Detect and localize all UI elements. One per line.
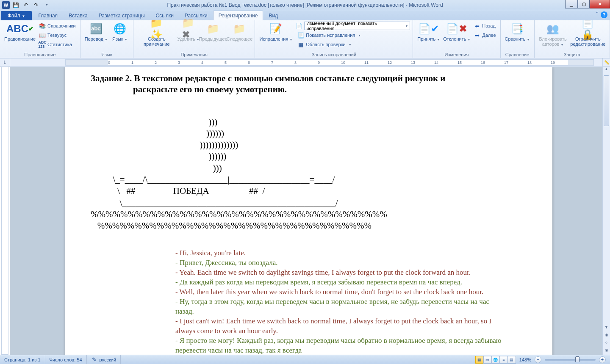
globe-icon: 🌐: [113, 22, 127, 36]
group-comments: 📁✨ Создать примечание 📁✖ Удалить▼ 📁 Пред…: [133, 20, 255, 58]
quick-access-toolbar: 💾 ↶ ↷ ▼: [11, 1, 51, 9]
ascii-art: ))) )))))) ))))))))))))) )))))): [91, 116, 527, 232]
chevron-down-icon: ▼: [45, 3, 48, 6]
compare-button[interactable]: 📑 Сравнить▼: [503, 21, 532, 43]
undo-button[interactable]: ↶: [21, 1, 30, 9]
display-review-icon: 📄: [296, 22, 302, 29]
view-draft-button[interactable]: ▤: [507, 356, 516, 364]
reviewing-pane-icon: ▦: [297, 41, 304, 48]
view-web-layout-button[interactable]: 🌐: [491, 356, 500, 364]
file-tab[interactable]: Файл▼: [1, 11, 32, 20]
reject-button[interactable]: 📄✖ Отклонить▼: [441, 21, 472, 43]
document-scroll-area[interactable]: Задание 2. В текстовом редакторе с помощ…: [10, 67, 602, 355]
block-authors-button[interactable]: 👥 Блокировать авторов▼: [537, 21, 569, 48]
vertical-scrollbar[interactable]: ▲ ▼ ◉ ○ ◉: [602, 67, 610, 355]
prev-page-button[interactable]: ◉: [603, 333, 610, 339]
group-label: Защита: [537, 51, 607, 58]
display-for-review-combo[interactable]: Измененный документ: показать исправлени…: [304, 22, 410, 30]
reviewing-pane-button[interactable]: ▦Область проверки▼: [296, 40, 410, 49]
save-icon: 💾: [13, 2, 19, 8]
tab-review[interactable]: Рецензирование: [213, 11, 263, 20]
dialogue-line: - Hi, Jessica, you're late.: [175, 248, 502, 258]
horizontal-ruler[interactable]: 012345678910111213141516171819: [65, 59, 594, 66]
translate-icon: 🔤: [89, 22, 103, 36]
close-button[interactable]: ✕: [590, 0, 610, 8]
restrict-editing-button[interactable]: 📄🔒 Ограничить редактирование: [569, 21, 607, 47]
browse-object-button[interactable]: ○: [603, 340, 610, 347]
wordcount-button[interactable]: ABC123Статистика: [37, 40, 78, 49]
maximize-button[interactable]: ▢: [578, 0, 590, 8]
accept-icon: 📄✔: [422, 22, 435, 36]
lock-icon: 📄🔒: [581, 22, 595, 36]
dialogue-line: - Я просто не могу! Каждый раз, когда мы…: [175, 336, 502, 355]
ruler-icon: 📏: [604, 60, 609, 65]
ribbon-tabs: Файл▼ Главная Вставка Разметка страницы …: [0, 10, 610, 20]
scrollbar-thumb[interactable]: [604, 75, 609, 126]
track-changes-button[interactable]: 📝 Исправления▼: [258, 21, 294, 43]
statistics-icon: ABC123: [39, 41, 46, 48]
language-button[interactable]: 🌐 Язык▼: [109, 21, 130, 43]
group-protect: 👥 Блокировать авторов▼ 📄🔒 Ограничить ред…: [535, 20, 610, 58]
ruler-toggle-button[interactable]: 📏: [602, 58, 610, 66]
view-outline-button[interactable]: ≡: [499, 356, 508, 364]
tab-view[interactable]: Вид: [263, 11, 283, 20]
language-icon: ✎: [91, 356, 98, 363]
zoom-level[interactable]: 148%: [519, 357, 531, 362]
window-title: Практическая работа №1 Ввод текста.doc […: [167, 2, 443, 8]
view-full-screen-button[interactable]: ▭: [483, 356, 492, 364]
thesaurus-button[interactable]: 📖Тезаурус: [37, 30, 78, 40]
new-comment-icon: 📁✨: [150, 22, 164, 36]
compare-icon: 📑: [510, 22, 524, 36]
block-authors-icon: 👥: [546, 22, 560, 36]
show-markup-button[interactable]: 📃Показать исправления▼: [296, 30, 410, 40]
prev-change-button[interactable]: ⬅Назад: [472, 21, 497, 30]
tab-selector[interactable]: L: [0, 58, 10, 66]
save-button[interactable]: 💾: [11, 1, 20, 9]
new-comment-button[interactable]: 📁✨ Создать примечание: [136, 21, 177, 47]
group-compare: 📑 Сравнить▼ Сравнение: [501, 20, 535, 58]
minimize-ribbon-button[interactable]: ˆ: [596, 11, 598, 18]
group-label: Изменения: [416, 51, 497, 58]
accept-button[interactable]: 📄✔ Принять▼: [416, 21, 441, 43]
next-comment-button[interactable]: 📁 Следующее: [227, 21, 252, 42]
research-icon: 📚: [39, 22, 46, 29]
zoom-slider[interactable]: [545, 359, 596, 361]
title-bar: W 💾 ↶ ↷ ▼ Практическая работа №1 Ввод те…: [0, 0, 610, 10]
spelling-button[interactable]: ABC✔ Правописание: [3, 21, 37, 42]
vertical-ruler[interactable]: [0, 67, 10, 355]
reject-icon: 📄✖: [450, 22, 463, 36]
scroll-down-button[interactable]: ▼: [603, 325, 610, 332]
arrow-right-icon: ➡: [474, 32, 480, 39]
group-label: Примечания: [136, 51, 252, 58]
translate-button[interactable]: 🔤 Перевод▼: [83, 21, 109, 43]
minimize-button[interactable]: ▁: [565, 0, 578, 8]
qat-customize-button[interactable]: ▼: [42, 1, 51, 9]
zoom-slider-knob[interactable]: [575, 356, 580, 362]
status-language[interactable]: ✎русский: [87, 355, 121, 364]
zoom-out-button[interactable]: −: [535, 356, 541, 363]
window-controls: ▁ ▢ ✕: [565, 0, 610, 8]
status-page[interactable]: Страница: 1 из 1: [0, 355, 45, 364]
research-button[interactable]: 📚Справочники: [37, 21, 78, 30]
tab-page-layout[interactable]: Разметка страницы: [93, 11, 150, 20]
tab-references[interactable]: Ссылки: [150, 11, 179, 20]
chevron-down-icon: ▼: [405, 25, 408, 28]
document-page[interactable]: Задание 2. В текстовом редакторе с помощ…: [65, 67, 552, 355]
redo-button[interactable]: ↷: [31, 1, 41, 9]
dialogue-line: - Well, then later this year when we swi…: [175, 287, 502, 297]
view-print-layout-button[interactable]: ▦: [475, 356, 484, 364]
dialogue-line: - Да каждый раз когда мы переводим время…: [175, 278, 502, 287]
next-page-button[interactable]: ◉: [603, 348, 610, 355]
dialogue-line: - I just can't win! Each time we switch …: [175, 317, 502, 336]
status-wordcount[interactable]: Число слов: 54: [45, 355, 87, 364]
arrow-left-icon: ⬅: [474, 22, 480, 29]
help-button[interactable]: ?: [601, 11, 607, 18]
tab-home[interactable]: Главная: [33, 11, 63, 20]
delete-comment-button[interactable]: 📁✖ Удалить▼: [177, 21, 200, 43]
zoom-in-button[interactable]: +: [599, 356, 606, 363]
tab-insert[interactable]: Вставка: [63, 11, 93, 20]
prev-comment-button[interactable]: 📁 Предыдущее: [200, 21, 227, 42]
ribbon: ABC✔ Правописание 📚Справочники 📖Тезаурус…: [0, 20, 610, 58]
next-change-button[interactable]: ➡Далее: [472, 30, 497, 40]
scroll-up-button[interactable]: ▲: [603, 67, 610, 74]
